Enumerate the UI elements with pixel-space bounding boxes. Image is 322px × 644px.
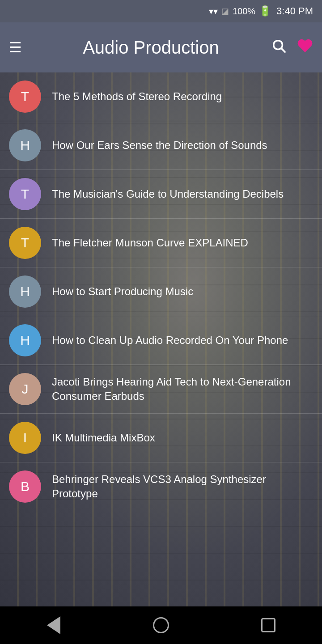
avatar: H xyxy=(9,275,41,308)
avatar: T xyxy=(9,227,41,259)
avatar: J xyxy=(9,373,41,405)
list-item[interactable]: HHow to Clean Up Audio Recorded On Your … xyxy=(0,316,322,365)
menu-icon[interactable]: ☰ xyxy=(9,40,22,55)
back-button[interactable] xyxy=(36,612,72,639)
list-item[interactable]: TThe Fletcher Munson Curve EXPLAINED xyxy=(0,219,322,267)
article-title: Behringer Reveals VCS3 Analog Synthesize… xyxy=(52,472,313,501)
avatar: H xyxy=(9,129,41,161)
back-icon xyxy=(47,616,60,634)
search-icon[interactable] xyxy=(271,38,286,57)
article-title: How to Start Producing Music xyxy=(52,284,193,299)
home-button[interactable] xyxy=(143,612,179,639)
signal-icon: ◪ xyxy=(221,6,229,16)
avatar: B xyxy=(9,470,41,503)
app-bar-icons xyxy=(271,38,313,58)
article-title: How to Clean Up Audio Recorded On Your P… xyxy=(52,333,288,347)
home-icon xyxy=(153,617,169,633)
article-list: TThe 5 Methods of Stereo RecordingHHow O… xyxy=(0,72,322,511)
heart-icon[interactable] xyxy=(297,38,313,58)
battery-icon: 🔋 xyxy=(259,5,271,17)
list-item[interactable]: BBehringer Reveals VCS3 Analog Synthesiz… xyxy=(0,462,322,511)
article-title: IK Multimedia MixBox xyxy=(52,431,155,445)
battery-percent: 100% xyxy=(233,6,255,17)
list-item[interactable]: HHow to Start Producing Music xyxy=(0,267,322,316)
recent-icon xyxy=(261,618,275,632)
svg-line-1 xyxy=(281,48,285,52)
article-title: How Our Ears Sense the Direction of Soun… xyxy=(52,138,267,153)
list-item[interactable]: JJacoti Brings Hearing Aid Tech to Next-… xyxy=(0,365,322,414)
main-content: TThe 5 Methods of Stereo RecordingHHow O… xyxy=(0,72,322,606)
list-item[interactable]: IIK Multimedia MixBox xyxy=(0,414,322,462)
avatar: H xyxy=(9,324,41,356)
article-title: The Musician's Guide to Understanding De… xyxy=(52,187,284,201)
app-bar: ☰ Audio Production xyxy=(0,22,322,72)
list-item[interactable]: TThe Musician's Guide to Understanding D… xyxy=(0,170,322,219)
avatar: T xyxy=(9,80,41,113)
recent-button[interactable] xyxy=(250,612,286,639)
wifi-icon: ▾▾ xyxy=(209,6,218,17)
article-title: Jacoti Brings Hearing Aid Tech to Next-G… xyxy=(52,375,313,404)
list-item[interactable]: TThe 5 Methods of Stereo Recording xyxy=(0,72,322,121)
list-item[interactable]: HHow Our Ears Sense the Direction of Sou… xyxy=(0,121,322,170)
article-title: The 5 Methods of Stereo Recording xyxy=(52,89,222,104)
article-title: The Fletcher Munson Curve EXPLAINED xyxy=(52,236,248,250)
time-display: 3:40 PM xyxy=(276,5,313,17)
page-title: Audio Production xyxy=(31,38,271,58)
avatar: T xyxy=(9,178,41,210)
bottom-nav xyxy=(0,606,322,644)
avatar: I xyxy=(9,422,41,454)
status-bar: ▾▾ ◪ 100% 🔋 3:40 PM xyxy=(0,0,322,22)
